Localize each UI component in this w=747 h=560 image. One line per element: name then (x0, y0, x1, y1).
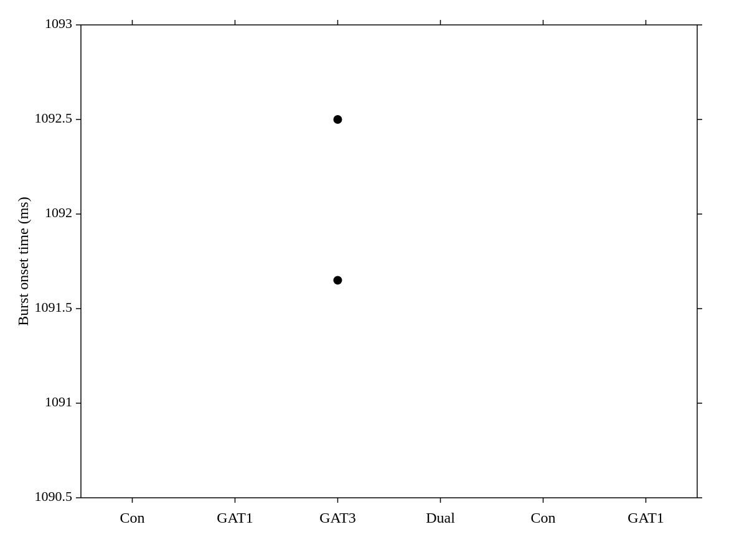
x-tick-label: Dual (426, 510, 455, 526)
x-tick-label: Con (120, 510, 144, 526)
y-tick-label: 1091.5 (35, 299, 73, 315)
data-point-1 (334, 276, 342, 284)
y-tick-label: 1090.5 (35, 488, 73, 504)
data-point-2 (334, 115, 342, 124)
x-tick-label: Con (530, 510, 555, 526)
y-tick-label: 1091 (45, 394, 72, 409)
x-tick-label: GAT3 (319, 510, 356, 526)
chart-container: 1090.510911091.510921092.51093ConGAT1GAT… (0, 0, 747, 560)
plot-area (81, 25, 697, 498)
chart-svg: 1090.510911091.510921092.51093ConGAT1GAT… (0, 0, 747, 560)
y-tick-label: 1093 (45, 16, 72, 31)
x-tick-label: GAT1 (627, 510, 664, 526)
x-tick-label: GAT1 (217, 510, 253, 526)
y-tick-label: 1092.5 (35, 110, 73, 126)
y-tick-label: 1092 (45, 205, 72, 220)
y-axis-label: Burst onset time (ms) (15, 197, 31, 325)
